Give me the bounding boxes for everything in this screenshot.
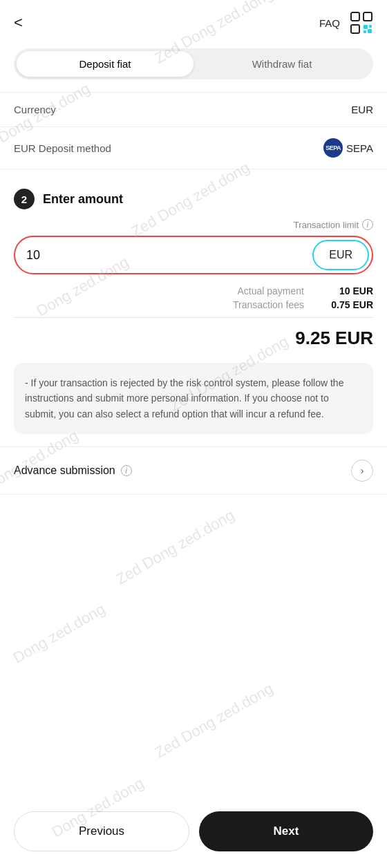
amount-area: Transaction limit i EUR <box>0 219 387 274</box>
scan-icon[interactable] <box>350 11 373 35</box>
sepa-text: SEPA <box>325 144 341 151</box>
header: < FAQ <box>0 0 387 43</box>
advance-submission-row[interactable]: Advance submission i › <box>0 446 387 495</box>
sepa-badge: SEPA SEPA <box>323 138 373 158</box>
advance-left: Advance submission i <box>14 464 132 477</box>
notice-text: - If your transaction is rejected by the… <box>25 375 362 422</box>
faq-label[interactable]: FAQ <box>319 17 340 29</box>
deposit-method-row: EUR Deposit method SEPA SEPA <box>0 127 387 169</box>
step-number: 2 <box>14 189 35 209</box>
advance-info-icon[interactable]: i <box>121 465 132 476</box>
payment-summary: Actual payment 10 EUR Transaction fees 0… <box>0 274 387 310</box>
svg-rect-1 <box>364 12 372 21</box>
tabs-container: Deposit fiat Withdraw fiat <box>14 48 373 79</box>
currency-label: Currency <box>14 104 56 115</box>
actual-payment-value: 10 EUR <box>325 285 373 296</box>
total-row: 9.25 EUR <box>0 325 387 356</box>
amount-input[interactable] <box>15 237 310 273</box>
info-section: Currency EUR EUR Deposit method SEPA SEP… <box>0 92 387 169</box>
currency-row: Currency EUR <box>0 93 387 127</box>
step-title: Enter amount <box>43 192 123 207</box>
sepa-circle: SEPA <box>323 138 343 158</box>
deposit-method-value: SEPA SEPA <box>323 138 373 158</box>
header-right: FAQ <box>319 11 373 35</box>
divider <box>14 317 373 318</box>
tab-deposit-fiat[interactable]: Deposit fiat <box>17 51 194 77</box>
previous-button[interactable]: Previous <box>14 811 189 851</box>
next-button[interactable]: Next <box>199 811 373 851</box>
actual-payment-label: Actual payment <box>238 285 305 296</box>
transaction-limit-row: Transaction limit i <box>14 219 373 230</box>
transaction-fees-row: Transaction fees 0.75 EUR <box>14 299 373 310</box>
actual-payment-row: Actual payment 10 EUR <box>14 285 373 296</box>
svg-rect-6 <box>368 29 372 33</box>
deposit-method-label: EUR Deposit method <box>14 142 111 154</box>
svg-rect-3 <box>364 25 368 29</box>
total-amount: 9.25 EUR <box>295 328 373 349</box>
currency-pill[interactable]: EUR <box>312 240 369 270</box>
transaction-limit-info-icon[interactable]: i <box>362 219 373 230</box>
currency-value: EUR <box>351 104 373 115</box>
tab-withdraw-fiat[interactable]: Withdraw fiat <box>194 51 370 77</box>
svg-rect-2 <box>351 25 359 33</box>
transaction-fees-label: Transaction fees <box>233 299 304 310</box>
svg-rect-5 <box>364 30 366 33</box>
svg-rect-4 <box>369 25 372 28</box>
amount-input-wrapper: EUR <box>14 236 373 274</box>
step-header: 2 Enter amount <box>0 175 387 219</box>
notice-box: - If your transaction is rejected by the… <box>14 363 373 434</box>
svg-rect-0 <box>351 12 359 21</box>
transaction-fees-value: 0.75 EUR <box>325 299 373 310</box>
advance-label: Advance submission <box>14 464 115 477</box>
transaction-limit-text: Transaction limit <box>294 220 359 230</box>
back-button[interactable]: < <box>14 11 28 35</box>
bottom-buttons: Previous Next <box>0 798 387 868</box>
chevron-right-icon[interactable]: › <box>351 460 373 482</box>
